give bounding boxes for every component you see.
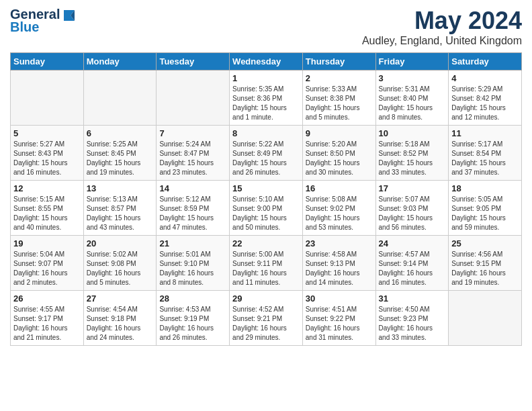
- col-header-saturday: Saturday: [449, 53, 522, 71]
- logo: General Blue: [10, 7, 76, 35]
- location: Audley, England, United Kingdom: [362, 35, 522, 47]
- day-number: 20: [87, 238, 154, 248]
- day-info: Sunrise: 4:56 AM Sunset: 9:15 PM Dayligh…: [451, 250, 519, 287]
- logo-flag-icon: [61, 9, 76, 21]
- day-info: Sunrise: 5:29 AM Sunset: 8:42 PM Dayligh…: [451, 85, 519, 122]
- day-number: 31: [379, 293, 446, 304]
- day-number: 23: [306, 238, 373, 248]
- day-number: 8: [232, 128, 300, 138]
- day-info: Sunrise: 5:27 AM Sunset: 8:43 PM Dayligh…: [13, 140, 81, 177]
- day-number: 15: [232, 183, 300, 193]
- col-header-sunday: Sunday: [11, 53, 84, 71]
- day-info: Sunrise: 5:02 AM Sunset: 9:08 PM Dayligh…: [87, 250, 154, 287]
- calendar-cell: [449, 291, 522, 346]
- page: General Blue May 2024 Audley, England, U…: [0, 0, 532, 353]
- calendar-cell: 26Sunrise: 4:55 AM Sunset: 9:17 PM Dayli…: [11, 291, 84, 346]
- day-info: Sunrise: 5:05 AM Sunset: 9:05 PM Dayligh…: [451, 195, 519, 232]
- day-info: Sunrise: 5:00 AM Sunset: 9:11 PM Dayligh…: [232, 250, 300, 287]
- day-number: 4: [451, 73, 519, 83]
- calendar-table: SundayMondayTuesdayWednesdayThursdayFrid…: [10, 52, 522, 346]
- day-info: Sunrise: 4:50 AM Sunset: 9:23 PM Dayligh…: [379, 305, 446, 342]
- day-number: 22: [232, 238, 300, 248]
- calendar-cell: 21Sunrise: 5:01 AM Sunset: 9:10 PM Dayli…: [157, 236, 230, 291]
- day-info: Sunrise: 5:25 AM Sunset: 8:45 PM Dayligh…: [87, 140, 154, 177]
- day-info: Sunrise: 5:33 AM Sunset: 8:38 PM Dayligh…: [306, 85, 373, 122]
- day-info: Sunrise: 4:53 AM Sunset: 9:19 PM Dayligh…: [159, 305, 226, 342]
- day-info: Sunrise: 5:13 AM Sunset: 8:57 PM Dayligh…: [87, 195, 154, 232]
- day-info: Sunrise: 4:57 AM Sunset: 9:14 PM Dayligh…: [379, 250, 446, 287]
- day-info: Sunrise: 5:12 AM Sunset: 8:59 PM Dayligh…: [159, 195, 226, 232]
- day-info: Sunrise: 5:10 AM Sunset: 9:00 PM Dayligh…: [232, 195, 300, 232]
- day-info: Sunrise: 5:31 AM Sunset: 8:40 PM Dayligh…: [379, 85, 446, 122]
- week-row-4: 19Sunrise: 5:04 AM Sunset: 9:07 PM Dayli…: [11, 236, 522, 291]
- week-row-2: 5Sunrise: 5:27 AM Sunset: 8:43 PM Daylig…: [11, 126, 522, 181]
- day-number: 24: [379, 238, 446, 248]
- calendar-cell: 15Sunrise: 5:10 AM Sunset: 9:00 PM Dayli…: [230, 181, 303, 236]
- calendar-cell: 25Sunrise: 4:56 AM Sunset: 9:15 PM Dayli…: [449, 236, 522, 291]
- calendar-cell: 27Sunrise: 4:54 AM Sunset: 9:18 PM Dayli…: [83, 291, 157, 346]
- day-number: 21: [159, 238, 226, 248]
- day-info: Sunrise: 5:15 AM Sunset: 8:55 PM Dayligh…: [13, 195, 81, 232]
- col-header-tuesday: Tuesday: [157, 53, 230, 71]
- calendar-cell: 16Sunrise: 5:08 AM Sunset: 9:02 PM Dayli…: [302, 181, 375, 236]
- calendar-cell: [83, 71, 157, 126]
- calendar-cell: 2Sunrise: 5:33 AM Sunset: 8:38 PM Daylig…: [302, 71, 375, 126]
- calendar-cell: 8Sunrise: 5:22 AM Sunset: 8:49 PM Daylig…: [230, 126, 303, 181]
- calendar-cell: 17Sunrise: 5:07 AM Sunset: 9:03 PM Dayli…: [375, 181, 449, 236]
- day-number: 5: [13, 128, 81, 138]
- day-number: 6: [87, 128, 154, 138]
- calendar-cell: 14Sunrise: 5:12 AM Sunset: 8:59 PM Dayli…: [157, 181, 230, 236]
- calendar-cell: [157, 71, 230, 126]
- day-info: Sunrise: 5:04 AM Sunset: 9:07 PM Dayligh…: [13, 250, 81, 287]
- day-number: 30: [306, 293, 373, 304]
- day-info: Sunrise: 5:17 AM Sunset: 8:54 PM Dayligh…: [451, 140, 519, 177]
- calendar-cell: 9Sunrise: 5:20 AM Sunset: 8:50 PM Daylig…: [302, 126, 375, 181]
- day-number: 16: [306, 183, 373, 193]
- col-header-friday: Friday: [375, 53, 449, 71]
- calendar-cell: 18Sunrise: 5:05 AM Sunset: 9:05 PM Dayli…: [449, 181, 522, 236]
- day-info: Sunrise: 5:01 AM Sunset: 9:10 PM Dayligh…: [159, 250, 226, 287]
- day-info: Sunrise: 5:22 AM Sunset: 8:49 PM Dayligh…: [232, 140, 300, 177]
- day-info: Sunrise: 5:08 AM Sunset: 9:02 PM Dayligh…: [306, 195, 373, 232]
- col-header-wednesday: Wednesday: [230, 53, 303, 71]
- day-info: Sunrise: 4:51 AM Sunset: 9:22 PM Dayligh…: [306, 305, 373, 342]
- calendar-cell: 1Sunrise: 5:35 AM Sunset: 8:36 PM Daylig…: [230, 71, 303, 126]
- day-number: 25: [451, 238, 519, 248]
- calendar-cell: 13Sunrise: 5:13 AM Sunset: 8:57 PM Dayli…: [83, 181, 157, 236]
- day-info: Sunrise: 5:07 AM Sunset: 9:03 PM Dayligh…: [379, 195, 446, 232]
- day-number: 10: [379, 128, 446, 138]
- col-header-monday: Monday: [83, 53, 157, 71]
- col-header-thursday: Thursday: [302, 53, 375, 71]
- header-row: SundayMondayTuesdayWednesdayThursdayFrid…: [11, 53, 522, 71]
- calendar-cell: 4Sunrise: 5:29 AM Sunset: 8:42 PM Daylig…: [449, 71, 522, 126]
- calendar-cell: 19Sunrise: 5:04 AM Sunset: 9:07 PM Dayli…: [11, 236, 84, 291]
- day-number: 14: [159, 183, 226, 193]
- day-number: 29: [232, 293, 300, 304]
- day-number: 3: [379, 73, 446, 83]
- day-number: 7: [159, 128, 226, 138]
- calendar-cell: 31Sunrise: 4:50 AM Sunset: 9:23 PM Dayli…: [375, 291, 449, 346]
- day-number: 19: [13, 238, 81, 248]
- day-number: 26: [13, 293, 81, 304]
- calendar-cell: 22Sunrise: 5:00 AM Sunset: 9:11 PM Dayli…: [230, 236, 303, 291]
- day-number: 9: [306, 128, 373, 138]
- month-year: May 2024: [362, 7, 522, 35]
- day-info: Sunrise: 4:55 AM Sunset: 9:17 PM Dayligh…: [13, 305, 81, 342]
- calendar-cell: 6Sunrise: 5:25 AM Sunset: 8:45 PM Daylig…: [83, 126, 157, 181]
- day-number: 2: [306, 73, 373, 83]
- day-number: 12: [13, 183, 81, 193]
- day-info: Sunrise: 5:24 AM Sunset: 8:47 PM Dayligh…: [159, 140, 226, 177]
- calendar-cell: 12Sunrise: 5:15 AM Sunset: 8:55 PM Dayli…: [11, 181, 84, 236]
- day-info: Sunrise: 5:18 AM Sunset: 8:52 PM Dayligh…: [379, 140, 446, 177]
- calendar-cell: 5Sunrise: 5:27 AM Sunset: 8:43 PM Daylig…: [11, 126, 84, 181]
- logo-blue: Blue: [10, 19, 39, 35]
- day-number: 1: [232, 73, 300, 83]
- day-info: Sunrise: 4:52 AM Sunset: 9:21 PM Dayligh…: [232, 305, 300, 342]
- calendar-cell: 20Sunrise: 5:02 AM Sunset: 9:08 PM Dayli…: [83, 236, 157, 291]
- day-number: 18: [451, 183, 519, 193]
- calendar-cell: 30Sunrise: 4:51 AM Sunset: 9:22 PM Dayli…: [302, 291, 375, 346]
- calendar-cell: 24Sunrise: 4:57 AM Sunset: 9:14 PM Dayli…: [375, 236, 449, 291]
- day-info: Sunrise: 5:20 AM Sunset: 8:50 PM Dayligh…: [306, 140, 373, 177]
- calendar-cell: 11Sunrise: 5:17 AM Sunset: 8:54 PM Dayli…: [449, 126, 522, 181]
- day-number: 17: [379, 183, 446, 193]
